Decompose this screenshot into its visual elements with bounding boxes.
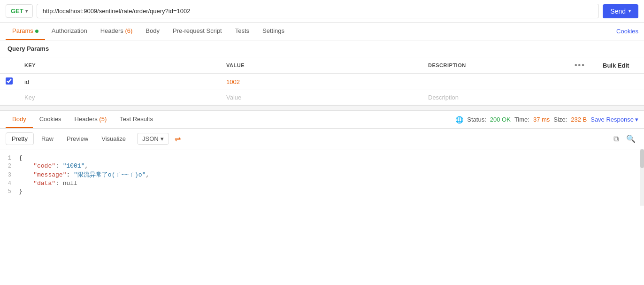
value-placeholder: Value: [226, 94, 241, 101]
empty-value-cell: Value: [221, 90, 422, 105]
save-response-chevron-icon: ▾: [635, 116, 638, 123]
line-content-2: "code": "1001",: [19, 162, 644, 169]
response-tabs-row: Body Cookies Headers (5) Test Results 🌐 …: [0, 111, 644, 129]
time-value: 37 ms: [533, 116, 550, 123]
line-num-5: 5: [0, 188, 19, 195]
tab-body-label: Body: [146, 27, 160, 34]
query-params-label: Query Params: [0, 40, 644, 57]
line-content-3: "message": "限流异常了o(ㄒ~~ㄒ)o",: [19, 170, 644, 179]
code-lines: 1 { 2 "code": "1001", 3 "message": "限流异常…: [0, 154, 644, 195]
response-tab-headers[interactable]: Headers (5): [68, 111, 114, 128]
format-tab-preview[interactable]: Preview: [61, 133, 94, 145]
format-tab-pretty[interactable]: Pretty: [6, 132, 34, 145]
save-response-button[interactable]: Save Response ▾: [590, 116, 638, 123]
save-response-label: Save Response: [590, 116, 634, 123]
tab-settings-label: Settings: [262, 27, 284, 34]
code-line-5: 5 }: [0, 187, 644, 195]
send-chevron-icon: ▾: [629, 8, 631, 14]
row-more-cell: [569, 74, 597, 90]
format-tab-raw[interactable]: Raw: [36, 133, 59, 145]
tab-headers[interactable]: Headers (6): [94, 23, 139, 40]
scroll-thumb: [640, 149, 644, 168]
bulk-edit-button[interactable]: Bulk Edit: [603, 62, 629, 69]
row-key-cell: id: [19, 74, 221, 90]
code-line-4: 4 "data": null: [0, 179, 644, 187]
code-line-3: 3 "message": "限流异常了o(ㄒ~~ㄒ)o",: [0, 170, 644, 179]
tab-params[interactable]: Params: [6, 23, 45, 40]
copy-icon[interactable]: ⧉: [611, 133, 621, 145]
tab-pre-request-label: Pre-request Script: [173, 27, 222, 34]
row-checkbox[interactable]: [6, 77, 13, 85]
tab-body[interactable]: Body: [139, 23, 166, 40]
col-more-header: •••: [569, 57, 597, 74]
send-label: Send: [610, 8, 626, 15]
more-icon: •••: [575, 61, 585, 69]
params-dot: [35, 30, 38, 33]
row-key-value: id: [24, 78, 29, 85]
col-desc-header: DESCRIPTION: [422, 57, 569, 74]
empty-more-cell: [569, 90, 597, 105]
json-format-select[interactable]: JSON ▾: [137, 133, 169, 145]
tab-params-label: Params: [12, 27, 33, 34]
scroll-track[interactable]: [640, 149, 644, 206]
params-table: KEY VALUE DESCRIPTION ••• Bulk Edit id 1…: [0, 57, 644, 105]
empty-desc-cell: Description: [422, 90, 569, 105]
response-tab-test-results-label: Test Results: [120, 116, 153, 123]
globe-icon: 🌐: [455, 116, 463, 123]
response-tab-test-results[interactable]: Test Results: [113, 111, 160, 128]
cookies-link[interactable]: Cookies: [616, 23, 638, 39]
response-tab-body[interactable]: Body: [6, 111, 33, 128]
status-value: 200 OK: [490, 116, 511, 123]
section-divider: [0, 105, 644, 111]
method-label: GET: [11, 8, 23, 15]
send-button[interactable]: Send ▾: [603, 4, 638, 18]
tab-tests-label: Tests: [235, 27, 249, 34]
row-bulk-cell: [597, 74, 644, 90]
tab-pre-request[interactable]: Pre-request Script: [166, 23, 229, 40]
format-tab-visualize[interactable]: Visualize: [96, 133, 131, 145]
table-row-empty: Key Value Description: [0, 90, 644, 105]
empty-bulk-cell: [597, 90, 644, 105]
response-tab-body-label: Body: [12, 116, 26, 123]
format-bar: Pretty Raw Preview Visualize JSON ▾ ⇌ ⧉ …: [0, 129, 644, 149]
desc-placeholder: Description: [428, 94, 459, 101]
code-wrapper: 1 { 2 "code": "1001", 3 "message": "限流异常…: [0, 149, 644, 206]
filter-icon[interactable]: ⇌: [171, 132, 184, 145]
empty-key-cell: Key: [19, 90, 221, 105]
json-chevron-icon: ▾: [161, 135, 164, 142]
size-value: 232 B: [571, 116, 587, 123]
tab-tests[interactable]: Tests: [229, 23, 256, 40]
response-meta: 🌐 Status: 200 OK Time: 37 ms Size: 232 B…: [455, 116, 638, 123]
line-content-1: {: [19, 154, 644, 162]
tab-authorization[interactable]: Authorization: [45, 23, 94, 40]
request-tabs-row: Params Authorization Headers (6) Body Pr…: [0, 23, 644, 40]
url-input[interactable]: [37, 4, 599, 18]
line-num-1: 1: [0, 155, 19, 162]
col-bulk-header: Bulk Edit: [597, 57, 644, 74]
status-label: Status:: [467, 116, 486, 123]
empty-check-cell: [0, 90, 19, 105]
line-num-2: 2: [0, 163, 19, 169]
row-value-cell: 1002: [221, 74, 422, 90]
row-param-value: 1002: [226, 78, 240, 85]
code-area: 1 { 2 "code": "1001", 3 "message": "限流异常…: [0, 149, 644, 206]
json-format-label: JSON: [142, 135, 159, 142]
response-tab-headers-label: Headers (5): [75, 116, 107, 123]
search-icon[interactable]: 🔍: [623, 132, 638, 145]
tab-headers-label: Headers (6): [100, 27, 133, 34]
row-check-cell: [0, 74, 19, 90]
col-value-header: VALUE: [221, 57, 422, 74]
tab-authorization-label: Authorization: [52, 27, 87, 34]
table-row: id 1002: [0, 74, 644, 90]
line-content-5: }: [19, 188, 644, 195]
col-key-header: KEY: [19, 57, 221, 74]
method-select[interactable]: GET ▾: [6, 4, 33, 18]
code-line-2: 2 "code": "1001",: [0, 162, 644, 170]
row-desc-cell: [422, 74, 569, 90]
line-content-4: "data": null: [19, 180, 644, 187]
response-tab-cookies-label: Cookies: [39, 116, 61, 123]
col-check-header: [0, 57, 19, 74]
response-tab-cookies[interactable]: Cookies: [33, 111, 68, 128]
tab-settings[interactable]: Settings: [256, 23, 291, 40]
line-num-3: 3: [0, 172, 19, 178]
